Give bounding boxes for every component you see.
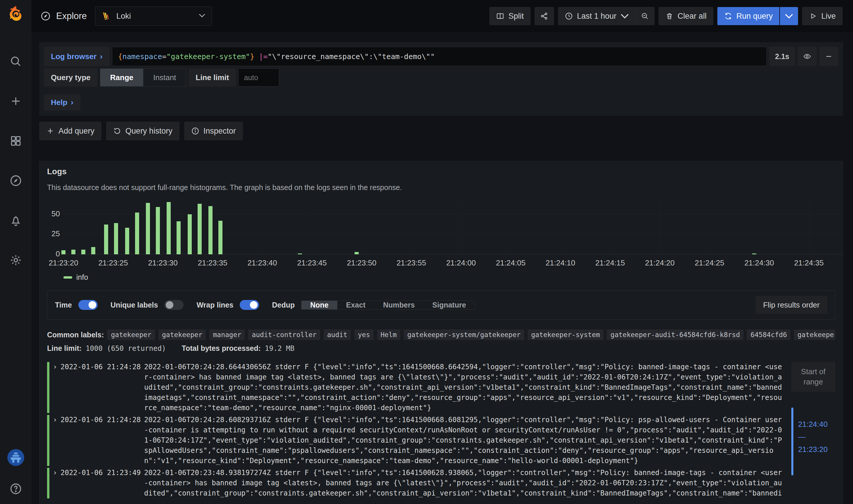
- query-equals: =: [162, 52, 166, 61]
- histogram-bar[interactable]: [61, 250, 66, 254]
- log-browser-button[interactable]: Log browser ›: [44, 47, 110, 66]
- query-duration-badge: 2.1s: [769, 47, 795, 66]
- log-message: 2022-01-06T20:23:48.938197274Z stderr F …: [144, 468, 785, 499]
- histogram-legend[interactable]: info: [63, 273, 835, 282]
- label-chip: gatekeeper-operator: [794, 329, 835, 340]
- common-labels-label: Common labels:: [47, 331, 104, 339]
- search-icon[interactable]: [10, 55, 22, 68]
- histogram-bar[interactable]: [355, 252, 359, 254]
- split-icon: [496, 12, 504, 20]
- run-query-label: Run query: [737, 12, 773, 21]
- help-question-icon[interactable]: [10, 482, 22, 495]
- log-row[interactable]: › 2022-01-06 21:24:28 2022-01-06T20:24:2…: [47, 362, 785, 413]
- histogram-bar[interactable]: [125, 228, 129, 254]
- log-row[interactable]: › 2022-01-06 21:23:49 2022-01-06T20:23:4…: [47, 468, 785, 499]
- x-tick-label: 21:23:40: [247, 258, 277, 268]
- dedup-numbers[interactable]: Numbers: [374, 301, 423, 309]
- x-tick-label: 21:23:25: [98, 258, 128, 268]
- line-limit-stat-label: Line limit:: [47, 344, 81, 353]
- topbar: Explore Loki: [32, 0, 853, 32]
- histogram-bar[interactable]: [752, 253, 756, 254]
- histogram-bar[interactable]: [208, 206, 213, 254]
- histogram-bar[interactable]: [177, 221, 181, 254]
- log-row[interactable]: › 2022-01-06 21:24:28 2022-01-06T20:24:2…: [47, 415, 785, 466]
- range-marker[interactable]: 21:24:40 — 21:23:20: [791, 408, 835, 475]
- share-button[interactable]: [535, 7, 554, 25]
- datasource-picker[interactable]: Loki: [95, 6, 212, 26]
- query-lbrace: {: [118, 52, 123, 61]
- log-message: 2022-01-06T20:24:28.608293716Z stderr F …: [144, 415, 785, 466]
- histogram-bar[interactable]: [298, 253, 302, 254]
- run-query-button[interactable]: Run query: [718, 7, 780, 25]
- grafana-logo[interactable]: [7, 5, 24, 22]
- unique-labels-toggle[interactable]: [164, 300, 184, 310]
- expand-row-icon[interactable]: ›: [53, 468, 60, 499]
- x-gridline: [759, 199, 760, 254]
- histogram-bar[interactable]: [198, 204, 202, 254]
- add-query-button[interactable]: Add query: [39, 122, 102, 140]
- log-timestamp: 2022-01-06 21:24:28: [60, 415, 144, 466]
- time-range-button[interactable]: Last 1 hour: [558, 7, 635, 25]
- clear-all-button[interactable]: Clear all: [659, 7, 713, 25]
- line-limit-input[interactable]: [238, 68, 279, 87]
- flip-results-order-button[interactable]: Flip results order: [755, 296, 827, 314]
- unique-labels-option: Unique labels: [110, 300, 184, 310]
- dedup-switch: None Exact Numbers Signature: [301, 301, 475, 310]
- histogram-bar[interactable]: [71, 250, 75, 255]
- histogram-bar[interactable]: [167, 202, 171, 254]
- histogram-bar[interactable]: [81, 250, 85, 255]
- user-avatar[interactable]: [7, 449, 24, 466]
- explore-compass-icon[interactable]: [10, 174, 22, 187]
- dedup-none[interactable]: None: [302, 301, 337, 309]
- create-plus-icon[interactable]: [10, 95, 22, 108]
- info-circle-icon: [191, 127, 199, 135]
- label-chip: Helm: [377, 329, 400, 340]
- x-tick-label: 21:24:05: [496, 258, 525, 268]
- histogram-bar[interactable]: [156, 207, 160, 254]
- query-editor: Log browser › {namespace="gatekeeper-sys…: [39, 42, 843, 116]
- dedup-signature[interactable]: Signature: [423, 301, 475, 309]
- x-tick-label: 21:23:45: [297, 258, 327, 268]
- label-chip: yes: [354, 329, 374, 340]
- query-label-value: "gatekeeper-system": [166, 52, 250, 61]
- inspector-button[interactable]: Inspector: [184, 122, 243, 140]
- remove-query-button[interactable]: [819, 47, 838, 66]
- histogram-bar[interactable]: [218, 221, 222, 255]
- help-button[interactable]: Help ›: [44, 94, 80, 110]
- histogram-bar[interactable]: [188, 214, 192, 255]
- dedup-exact[interactable]: Exact: [337, 301, 375, 309]
- logs-histogram-plot: 21:23:2021:23:2521:23:3021:23:3521:23:40…: [63, 199, 843, 254]
- histogram-bar[interactable]: [135, 213, 139, 254]
- x-tick-label: 21:23:35: [198, 258, 227, 268]
- sidebar-bottom: [7, 449, 24, 495]
- start-of-range-button[interactable]: Start of range: [791, 362, 835, 392]
- histogram-bar[interactable]: [91, 247, 95, 254]
- query-type-instant[interactable]: Instant: [143, 69, 186, 86]
- query-input[interactable]: {namespace="gatekeeper-system"} |="\"res…: [112, 47, 767, 66]
- zoom-out-icon: [641, 12, 649, 20]
- x-gridline: [411, 199, 412, 254]
- query-type-range[interactable]: Range: [100, 69, 143, 86]
- wrap-lines-toggle[interactable]: [240, 300, 259, 310]
- dashboards-icon[interactable]: [10, 134, 22, 147]
- query-visibility-button[interactable]: [797, 47, 817, 66]
- explore-title: Explore: [40, 11, 87, 21]
- histogram-bar[interactable]: [146, 203, 150, 254]
- time-toggle[interactable]: [78, 300, 98, 310]
- zoom-out-button[interactable]: [635, 7, 654, 25]
- expand-row-icon[interactable]: ›: [53, 362, 60, 413]
- y-tick-label: 0: [47, 249, 60, 258]
- split-button[interactable]: Split: [489, 7, 530, 25]
- histogram-bar[interactable]: [114, 223, 118, 254]
- x-gridline: [362, 199, 362, 254]
- page-title: Explore: [56, 11, 87, 21]
- live-button[interactable]: Live: [802, 7, 842, 25]
- expand-row-icon[interactable]: ›: [53, 415, 60, 466]
- query-history-button[interactable]: Query history: [106, 122, 180, 140]
- query-type-label: Query type: [44, 68, 98, 87]
- alerting-bell-icon[interactable]: [10, 214, 22, 227]
- settings-gear-icon[interactable]: [10, 254, 22, 267]
- histogram-bar[interactable]: [104, 224, 108, 254]
- run-query-dropdown-button[interactable]: [780, 7, 798, 25]
- history-icon: [113, 127, 121, 135]
